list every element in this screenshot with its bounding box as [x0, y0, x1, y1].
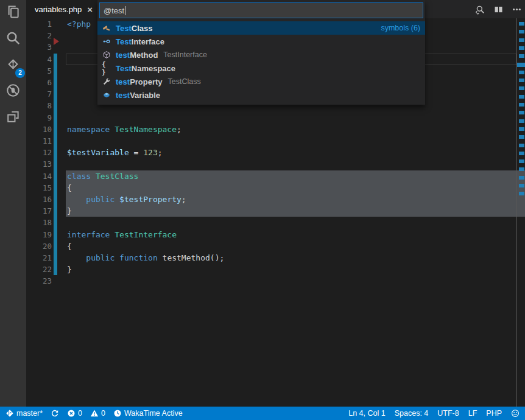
warning-icon [90, 409, 99, 418]
code-text: namespace TestNamespace; [67, 124, 181, 135]
line-number: 11 [26, 135, 52, 147]
line-number: 14 [26, 170, 52, 182]
symbol-label: TestClass [116, 24, 152, 33]
code-line: 14class TestClass [26, 170, 525, 182]
sidebar-item-explorer[interactable] [0, 0, 26, 26]
code-text: { [67, 240, 72, 252]
line-number: 1 [26, 18, 52, 30]
status-encoding[interactable]: UTF-8 [437, 407, 459, 420]
sidebar-item-source-control[interactable]: 2 [0, 52, 26, 79]
sidebar-item-debug[interactable] [0, 79, 26, 105]
quick-open-item-TestInterface[interactable]: TestInterface [97, 35, 425, 48]
overview-modified-mark [519, 119, 524, 123]
code-line: 12$testVariable = 123; [26, 147, 525, 158]
symbol-container: TestClass [168, 77, 201, 86]
code-text: public $testProperty; [67, 194, 186, 205]
code-line: 10namespace TestNamespace; [26, 124, 525, 135]
sidebar-item-extensions[interactable] [0, 105, 26, 131]
status-feedback[interactable] [511, 407, 520, 420]
line-number: 20 [26, 240, 52, 252]
symbol-label: testVariable [116, 91, 160, 100]
more-actions-icon[interactable] [510, 3, 523, 15]
line-number: 9 [26, 112, 52, 124]
clock-icon [113, 409, 122, 418]
overview-modified-mark [519, 79, 524, 82]
quick-open-item-testMethod[interactable]: testMethodTestInterface [97, 48, 425, 61]
overview-modified-mark [519, 192, 524, 195]
symbol-label: testMethod [116, 51, 158, 60]
status-wakatime[interactable]: WakaTime Active [113, 407, 183, 420]
line-number: 15 [26, 182, 52, 194]
tab-label: variables.php [35, 5, 82, 14]
status-bar: master*00WakaTime Active Ln 4, Col 1Spac… [0, 407, 525, 420]
property-icon [102, 77, 111, 86]
quick-open-item-testProperty[interactable]: testPropertyTestClass [97, 75, 425, 88]
editor-actions [474, 0, 523, 18]
symbols-count-badge: symbols (6) [381, 24, 420, 32]
overview-modified-mark [519, 144, 524, 147]
code-line: 13 [26, 158, 525, 170]
symbol-label: TestInterface [116, 37, 164, 46]
sync-icon [51, 409, 59, 418]
overview-modified-mark [519, 152, 524, 155]
code-line: 20{ [26, 240, 525, 252]
code-text: public function testMethod(); [67, 252, 224, 264]
status-git-branch[interactable]: master* [5, 407, 43, 420]
quick-open-input[interactable]: @test [99, 2, 423, 18]
status-label: Spaces: 4 [395, 409, 429, 418]
interface-icon [102, 37, 111, 46]
code-text: <?php [67, 18, 91, 30]
line-number: 4 [26, 54, 52, 65]
symbol-label: testProperty [116, 77, 163, 86]
status-eol[interactable]: LF [468, 407, 477, 420]
sidebar-item-search[interactable] [0, 26, 26, 52]
code-line: 21 public function testMethod(); [26, 252, 525, 264]
code-line: 23 [26, 275, 525, 287]
namespace-icon: { } [102, 63, 111, 73]
code-line: 11 [26, 135, 525, 147]
status-indentation[interactable]: Spaces: 4 [395, 407, 429, 420]
line-number: 17 [26, 205, 52, 217]
error-icon [67, 409, 76, 418]
line-number: 22 [26, 264, 52, 275]
overview-modified-mark [519, 30, 524, 33]
status-cursor-position[interactable]: Ln 4, Col 1 [348, 407, 385, 420]
debug-icon [5, 83, 21, 100]
status-language-mode[interactable]: PHP [486, 407, 502, 420]
status-label: PHP [486, 409, 502, 418]
overview-modified-mark [519, 22, 524, 26]
explorer-icon [5, 4, 21, 22]
overview-modified-mark [519, 111, 524, 114]
open-changes-icon[interactable] [474, 3, 486, 15]
overview-modified-mark [519, 71, 524, 74]
vscode-window: 2 variables.php × 1<?php2345678910namesp… [0, 0, 525, 420]
line-number: 10 [26, 124, 52, 135]
quick-open-item-TestNamespace[interactable]: { }TestNamespace [97, 61, 425, 75]
close-icon[interactable]: × [87, 5, 93, 14]
split-editor-icon[interactable] [492, 3, 504, 15]
class-icon [102, 23, 111, 33]
tab-variables-php[interactable]: variables.php × [26, 0, 99, 18]
status-label: 0 [78, 409, 82, 418]
status-warnings[interactable]: 0 [90, 407, 105, 420]
overview-modified-mark [519, 46, 524, 50]
quick-open-item-TestClass[interactable]: TestClasssymbols (6) [97, 21, 425, 35]
status-sync[interactable] [51, 407, 59, 420]
overview-modified-mark [519, 127, 524, 131]
status-errors[interactable]: 0 [67, 407, 82, 420]
overview-modified-mark [519, 95, 524, 99]
line-number: 7 [26, 88, 52, 100]
text-caret [125, 6, 125, 15]
overview-ruler[interactable] [516, 18, 525, 407]
quick-open-query: @test [104, 6, 124, 15]
code-line: 18 [26, 217, 525, 228]
line-number: 2 [26, 30, 52, 41]
code-line: 16 public $testProperty; [26, 194, 525, 205]
overview-modified-mark [519, 38, 524, 42]
overview-modified-mark [519, 135, 524, 139]
overview-modified-mark [517, 63, 525, 67]
quick-open-item-testVariable[interactable]: testVariable [97, 88, 425, 102]
line-number: 6 [26, 77, 52, 88]
code-text: } [67, 264, 72, 275]
code-text: $testVariable = 123; [67, 147, 163, 158]
